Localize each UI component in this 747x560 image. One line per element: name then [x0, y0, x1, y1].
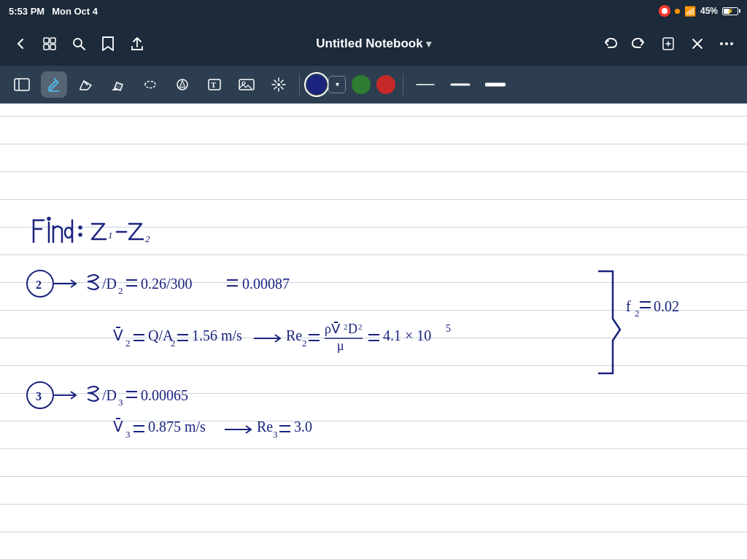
find-heading: 1 2 [34, 218, 150, 245]
color-selector[interactable]: ▾ [307, 75, 346, 94]
svg-text:Q/A: Q/A [148, 327, 174, 343]
eraser-tool-button[interactable] [73, 71, 99, 98]
step-2-arrow [53, 280, 76, 287]
text-tool-button[interactable]: T [201, 71, 228, 98]
svg-text:μ: μ [337, 338, 344, 353]
svg-text:0.02: 0.02 [654, 298, 679, 314]
status-time: 5:53 PM [9, 6, 44, 17]
back-button[interactable] [7, 31, 34, 57]
sidebar-toggle-button[interactable] [9, 71, 35, 98]
svg-text:3: 3 [125, 429, 131, 440]
status-date: Mon Oct 4 [52, 6, 98, 17]
search-button[interactable] [66, 31, 92, 57]
step-2-circle: 2 [27, 271, 53, 297]
sparkle-tool-button[interactable] [266, 71, 292, 98]
svg-text:V̄: V̄ [113, 327, 123, 343]
svg-text:2: 2 [125, 338, 131, 349]
status-bar: 5:53 PM Mon Oct 4 📶 45% ⚡ [0, 0, 747, 22]
signal-dot [675, 9, 680, 14]
svg-text:1: 1 [108, 230, 113, 241]
svg-point-33 [48, 218, 50, 220]
svg-text:3: 3 [118, 397, 123, 408]
battery-percent: 45% [700, 6, 718, 16]
svg-point-13 [730, 42, 733, 45]
svg-text:/D: /D [102, 276, 117, 292]
notebook-handwriting: 1 2 2 /D 2 0.26/300 [0, 104, 747, 560]
svg-text:1.56 m/s: 1.56 m/s [192, 327, 242, 343]
share-button[interactable] [124, 31, 150, 57]
svg-text:Re: Re [257, 419, 273, 435]
toolbar-separator-2 [403, 74, 403, 96]
svg-text:0.26/300: 0.26/300 [141, 276, 193, 292]
svg-point-38 [80, 234, 82, 236]
notebook-title[interactable]: Untitled Notebook ▾ [153, 36, 594, 51]
velocity-eq-2: V̄ 2 Q/A 2 1.56 m/s Re 2 ρV̄ 2 D [113, 322, 451, 353]
highlighter-tool-button[interactable] [105, 71, 131, 98]
color-red[interactable] [376, 75, 395, 94]
svg-text:Re: Re [286, 327, 302, 343]
svg-line-5 [81, 46, 85, 50]
svg-rect-2 [44, 44, 49, 50]
svg-text:3.0: 3.0 [294, 419, 312, 435]
svg-rect-14 [15, 79, 29, 90]
drawing-toolbar: T ▾ [0, 66, 747, 104]
svg-text:/D: /D [102, 387, 117, 403]
roughness-eq-3: /D 3 0.00065 [88, 386, 188, 408]
more-button[interactable] [713, 31, 740, 57]
main-toolbar: Untitled Notebook ▾ [0, 22, 747, 66]
svg-text:2: 2 [635, 308, 640, 319]
svg-point-11 [720, 42, 723, 45]
redo-button[interactable] [626, 31, 652, 57]
svg-rect-3 [50, 44, 55, 50]
svg-point-25 [277, 83, 280, 86]
record-indicator [659, 5, 670, 17]
svg-text:V̄: V̄ [113, 418, 123, 435]
velocity-eq-3: V̄ 3 0.875 m/s Re 3 3.0 [113, 418, 312, 440]
stroke-thick-button[interactable] [481, 77, 510, 92]
svg-rect-0 [44, 38, 49, 43]
svg-text:D: D [348, 322, 357, 336]
step-3-circle: 3 [27, 382, 53, 408]
svg-text:0.875 m/s: 0.875 m/s [148, 419, 206, 435]
stroke-medium-button[interactable] [446, 77, 475, 92]
bookmark-button[interactable] [95, 31, 121, 57]
friction-factor-brace: f 2 0.02 [598, 271, 679, 373]
stroke-thin-button[interactable] [411, 77, 440, 92]
image-tool-button[interactable] [233, 71, 260, 98]
svg-text:0.00087: 0.00087 [242, 276, 290, 292]
new-page-button[interactable] [655, 31, 681, 57]
pen-tool-button[interactable] [41, 71, 67, 98]
svg-text:2: 2 [171, 338, 176, 349]
color-dark-blue[interactable] [307, 75, 326, 94]
color-green[interactable] [352, 75, 371, 94]
close-button[interactable] [684, 31, 711, 57]
svg-text:ρV̄: ρV̄ [325, 322, 341, 336]
svg-text:3: 3 [273, 429, 278, 440]
lasso-tool-button[interactable] [137, 71, 163, 98]
svg-text:2: 2 [358, 322, 363, 331]
svg-point-4 [74, 39, 82, 47]
toolbar-separator-1 [299, 74, 300, 96]
chevron-icon: ▾ [426, 38, 431, 50]
svg-text:2: 2 [302, 338, 307, 349]
svg-text:2: 2 [344, 322, 348, 331]
svg-marker-20 [179, 80, 185, 88]
color-dropdown-arrow[interactable]: ▾ [328, 76, 346, 93]
svg-point-12 [725, 42, 728, 45]
roughness-eq-2: /D 2 0.26/300 0.00087 [88, 275, 290, 296]
svg-text:5: 5 [446, 323, 451, 334]
svg-rect-1 [50, 38, 55, 43]
notebook-page[interactable]: 1 2 2 /D 2 0.26/300 [0, 104, 747, 560]
svg-point-24 [242, 82, 245, 85]
svg-text:4.1 × 10: 4.1 × 10 [383, 327, 431, 343]
step-3-arrow [53, 392, 76, 399]
shapes-tool-button[interactable] [169, 71, 196, 98]
toolbar-right [597, 31, 740, 57]
wifi-icon: 📶 [684, 6, 696, 17]
battery-icon: ⚡ [722, 7, 738, 15]
svg-text:2: 2 [145, 233, 150, 244]
svg-text:2: 2 [118, 285, 123, 296]
grid-button[interactable] [36, 31, 63, 57]
undo-button[interactable] [597, 31, 623, 57]
svg-text:0.00065: 0.00065 [141, 387, 188, 403]
